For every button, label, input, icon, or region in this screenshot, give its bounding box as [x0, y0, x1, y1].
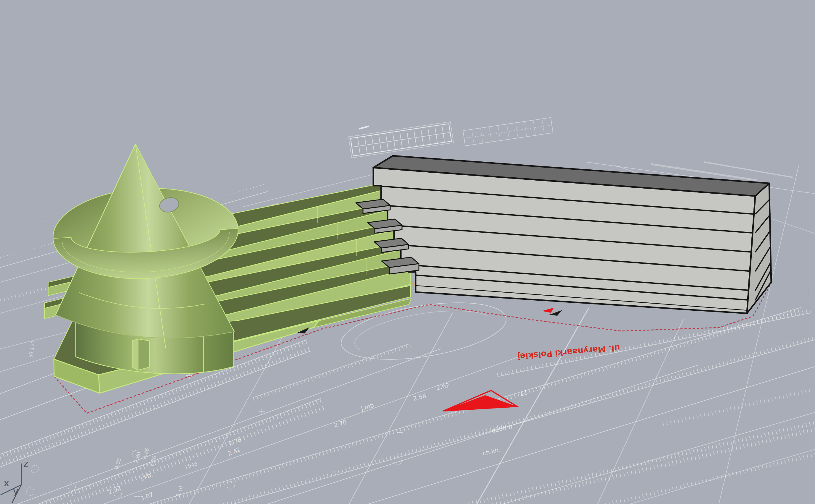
- gray-building-model[interactable]: [356, 156, 771, 313]
- axis-x-label: x: [4, 477, 9, 489]
- model-canvas[interactable]: j.mb. j.kb. ch.kb. 2.78 2.80 0.26 0.88 2…: [0, 0, 815, 504]
- axis-z-label: z: [23, 458, 28, 469]
- cad-viewport[interactable]: j.mb. j.kb. ch.kb. 2.78 2.80 0.26 0.88 2…: [0, 0, 815, 504]
- axis-y-label: y: [13, 485, 19, 497]
